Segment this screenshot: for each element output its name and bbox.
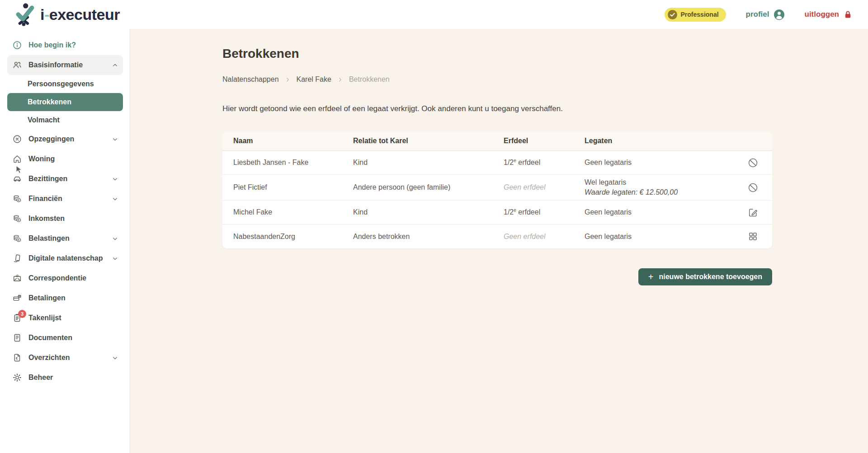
grid-icon[interactable] [747,231,759,243]
cell-naam: Piet Fictief [222,180,342,195]
chevron-down-icon [112,235,118,242]
plus-icon: + [648,272,654,281]
coins-euro-icon: € [12,194,22,204]
betrokkenen-table: Naam Relatie tot Karel Erfdeel Legaten L… [222,131,772,248]
column-header-relatie: Relatie tot Karel [342,133,493,149]
breadcrumb-separator-icon [337,77,343,83]
cell-relatie: Kind [342,205,493,220]
page-description: Hier wordt getoond wie een erfdeel of ee… [222,104,772,113]
document-euro-icon: € [12,353,22,363]
breadcrumb-current: Betrokkenen [349,75,390,84]
cell-erfdeel: Geen erfdeel [493,180,574,195]
app-window: i-executeur Professional profiel [0,0,868,453]
sidebar-item-belastingen[interactable]: € Belastingen [7,229,123,248]
sidebar: Hoe begin ik? Basisinformatie Persoonsge… [0,29,130,453]
sidebar-item-opzeggingen[interactable]: Opzeggingen [7,129,123,149]
cell-relatie: Anders betrokken [342,229,493,244]
people-icon [12,60,22,70]
sidebar-item-betalingen[interactable]: Betalingen [7,288,123,308]
task-count-badge: 3 [18,310,26,318]
info-icon [12,40,22,50]
breadcrumb-nalatenschappen[interactable]: Nalatenschappen [222,75,279,84]
table-header-row: Naam Relatie tot Karel Erfdeel Legaten [222,131,772,151]
table-row: Michel Fake Kind 1/2e erfdeel Geen legat… [222,201,772,224]
cell-relatie: Andere persoon (geen familie) [342,180,493,195]
smartphone-icon [12,253,22,263]
sidebar-item-correspondentie[interactable]: @ Correspondentie [7,268,123,288]
cell-erfdeel: 1/2e erfdeel [493,204,574,220]
table-row: Piet Fictief Andere persoon (geen famili… [222,175,772,201]
coins-euro-icon: € [12,234,22,243]
column-header-erfdeel: Erfdeel [493,133,574,149]
column-header-legaten: Legaten [574,133,722,149]
badge-check-icon [668,10,677,19]
app-logo[interactable]: i-executeur [15,3,120,26]
chevron-down-icon [112,255,118,262]
mail-at-icon: @ [12,273,22,283]
breadcrumb-separator-icon [285,77,291,83]
cell-legaten: Geen legataris [574,205,722,220]
svg-text:@: @ [16,274,19,277]
chevron-up-icon [112,62,118,69]
gear-icon [12,373,22,383]
top-bar-right: Professional profiel uitloggen [665,8,853,22]
chevron-down-icon [112,176,118,182]
cell-legaten: Geen legataris [574,155,722,170]
cell-relatie: Kind [342,155,493,170]
plan-badge: Professional [665,8,726,22]
cell-legaten: Wel legatarisWaarde legaten: € 12.500,00 [574,175,722,200]
no-access-icon[interactable] [747,157,759,168]
sidebar-item-overzichten[interactable]: € Overzichten [7,348,123,368]
svg-text:€: € [18,199,20,201]
no-access-icon[interactable] [747,182,759,193]
logo-text: i-executeur [40,6,120,23]
sidebar-item-beheer[interactable]: Beheer [7,368,123,388]
sidebar-item-woning[interactable]: Woning [7,149,123,169]
profile-label: profiel [746,10,769,19]
sidebar-item-hoe-begin-ik[interactable]: Hoe begin ik? [7,35,123,55]
sidebar-item-takenlijst[interactable]: 3 Takenlijst [7,308,123,328]
logout-link[interactable]: uitloggen [805,9,853,19]
sidebar-item-betrokkenen[interactable]: Betrokkenen [7,93,123,111]
document-icon [12,333,22,343]
sidebar-item-basisinformatie[interactable]: Basisinformatie [7,55,123,75]
coins-euro-icon: € [12,214,22,224]
breadcrumb: Nalatenschappen Karel Fake Betrokkenen [222,75,772,84]
payment-card-icon [12,293,22,303]
cancel-circle-icon [12,134,22,144]
house-icon [12,154,22,164]
edit-icon[interactable] [747,206,759,218]
svg-text:€: € [16,356,18,360]
sidebar-item-inkomsten[interactable]: € Inkomsten [7,209,123,229]
tasklist-icon: 3 [12,313,22,323]
sidebar-item-financien[interactable]: € Financiën [7,189,123,209]
car-icon [12,174,22,184]
cell-legaten: Geen legataris [574,229,722,244]
sidebar-item-digitale-nalatenschap[interactable]: Digitale nalatenschap [7,248,123,268]
page-title: Betrokkenen [222,47,772,61]
lock-icon [843,9,853,19]
table-row: Liesbeth Jansen - Fake Kind 1/2e erfdeel… [222,151,772,175]
sidebar-item-persoonsgegevens[interactable]: Persoonsgegevens [7,75,123,93]
cell-naam: Liesbeth Jansen - Fake [222,155,342,170]
breadcrumb-karel-fake[interactable]: Karel Fake [297,75,331,84]
chevron-down-icon [112,136,118,143]
logo-figure-icon [15,3,35,26]
profile-link[interactable]: profiel [746,9,785,20]
chevron-down-icon [112,355,118,361]
table-row: NabestaandenZorg Anders betrokken Geen e… [222,224,772,248]
svg-text:€: € [18,238,20,241]
cell-naam: Michel Fake [222,205,342,220]
add-betrokkene-button[interactable]: + nieuwe betrokkene toevoegen [638,268,772,285]
sidebar-item-volmacht[interactable]: Volmacht [7,111,123,129]
top-bar: i-executeur Professional profiel [0,0,868,29]
sidebar-item-bezittingen[interactable]: Bezittingen [7,169,123,189]
cell-legaten-waarde: Waarde legaten: € 12.500,00 [585,188,722,196]
svg-text:€: € [18,219,20,221]
cell-erfdeel: Geen erfdeel [493,229,574,244]
column-header-naam: Naam [222,133,342,149]
person-circle-icon [774,9,785,20]
cell-erfdeel: 1/2e erfdeel [493,154,574,170]
sidebar-item-documenten[interactable]: Documenten [7,328,123,348]
chevron-down-icon [112,196,118,202]
